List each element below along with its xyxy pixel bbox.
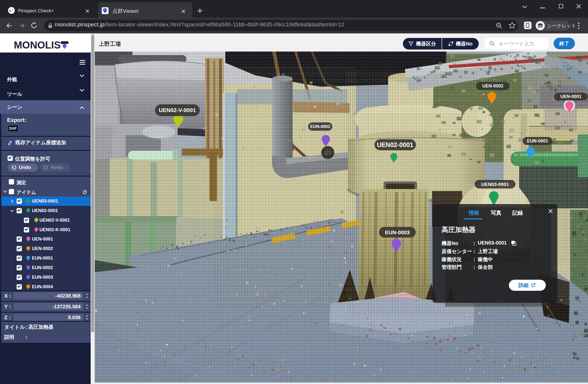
svg-text:+: + — [12, 8, 13, 11]
svg-text:UEN03-0001: UEN03-0001 — [481, 182, 509, 187]
svg-text:EUN-0003: EUN-0003 — [385, 229, 410, 235]
svg-text:EUN-0001: EUN-0001 — [527, 138, 548, 143]
svg-text:UEN-0001: UEN-0001 — [560, 94, 581, 99]
svg-text:UEN02-V-0001: UEN02-V-0001 — [159, 107, 196, 113]
svg-text:c: c — [9, 8, 11, 13]
svg-text:UEN-0002: UEN-0002 — [482, 83, 503, 88]
svg-text:UEN02-0001: UEN02-0001 — [377, 141, 413, 148]
svg-text:EUN-0002: EUN-0002 — [310, 124, 330, 129]
